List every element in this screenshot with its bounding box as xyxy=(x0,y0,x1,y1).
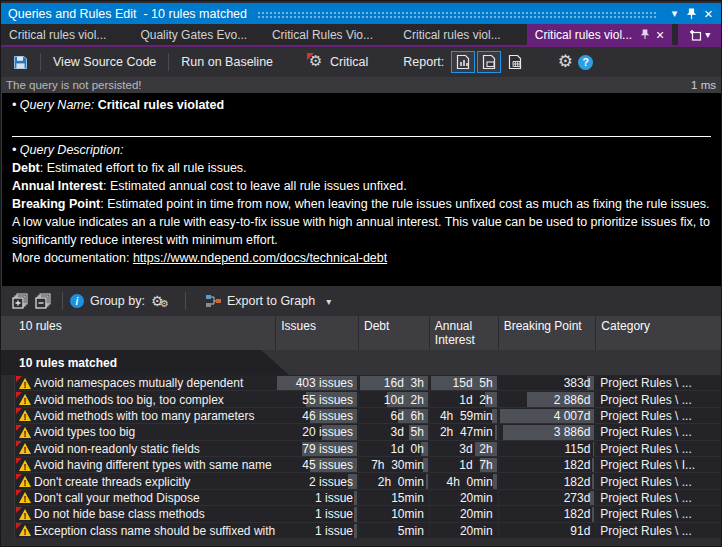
debt-cell[interactable]: 5min xyxy=(359,523,430,539)
rule-name[interactable]: Avoid methods with too many parameters xyxy=(34,409,276,423)
tab-critical-rules-4[interactable]: Critical rules viol... xyxy=(395,24,526,45)
category-cell[interactable]: Project Rules \ ... xyxy=(596,425,721,439)
close-icon[interactable] xyxy=(700,6,717,22)
annual-interest-cell[interactable]: 1d 7h xyxy=(430,457,499,473)
debt-cell[interactable]: 2h 0min xyxy=(359,473,430,489)
help-icon[interactable] xyxy=(578,55,593,70)
table-row[interactable]: Exception class name should be suffixed … xyxy=(1,523,721,539)
column-header-annual-interest[interactable]: Annual Interest xyxy=(430,316,499,350)
rule-name[interactable]: Don't call your method Dispose xyxy=(34,491,276,505)
annual-interest-cell[interactable]: 3d 2h xyxy=(430,441,499,457)
report-table-button[interactable] xyxy=(503,51,527,73)
rule-name[interactable]: Avoid namespaces mutually dependent xyxy=(34,376,276,390)
breaking-point-cell[interactable]: 383d xyxy=(499,375,597,391)
column-header-issues[interactable]: Issues xyxy=(276,316,359,350)
report-export-button[interactable] xyxy=(477,51,501,73)
settings-button[interactable] xyxy=(553,51,577,73)
export-to-graph-button[interactable]: Export to Graph xyxy=(200,291,336,311)
tab-critical-rules-3[interactable]: Critical Rules Vio... xyxy=(264,24,395,45)
category-cell[interactable]: Project Rules \ I... xyxy=(596,458,721,472)
debt-cell[interactable]: 10d 2h xyxy=(359,391,430,407)
table-row[interactable]: Do not hide base class methods 1 issue 1… xyxy=(1,506,721,522)
rule-name[interactable]: Avoid having different types with same n… xyxy=(34,458,276,472)
run-on-baseline-button[interactable]: Run on Baseline xyxy=(176,52,278,72)
view-source-code-button[interactable]: View Source Code xyxy=(48,52,161,72)
new-query-tab-button[interactable] xyxy=(678,24,721,45)
debt-cell[interactable]: 10min xyxy=(359,506,430,522)
table-row[interactable]: Avoid methods too big, too complex 55 is… xyxy=(1,391,721,407)
category-cell[interactable]: Project Rules \ ... xyxy=(596,376,721,390)
issues-cell[interactable]: 20 issues xyxy=(276,424,359,440)
pin-icon[interactable] xyxy=(640,29,650,40)
critical-toggle-button[interactable]: Critical xyxy=(302,51,373,73)
annual-interest-cell[interactable]: 4h 59min xyxy=(430,408,499,424)
pin-icon[interactable] xyxy=(683,6,700,22)
documentation-link[interactable]: https://www.ndepend.com/docs/technical-d… xyxy=(133,251,387,265)
breaking-point-cell[interactable]: 4 007d xyxy=(499,408,597,424)
rule-name[interactable]: Avoid methods too big, too complex xyxy=(34,393,276,407)
breaking-point-cell[interactable]: 273d xyxy=(499,490,597,506)
issues-cell[interactable]: 45 issues xyxy=(276,457,359,473)
category-cell[interactable]: Project Rules \ ... xyxy=(596,475,721,489)
breaking-point-cell[interactable]: 182d xyxy=(499,473,597,489)
category-cell[interactable]: Project Rules \ ... xyxy=(596,393,721,407)
table-row[interactable]: Avoid methods with too many parameters 4… xyxy=(1,408,721,424)
breaking-point-cell[interactable]: 182d xyxy=(499,506,597,522)
table-row[interactable]: Don't create threads explicitly 2 issues… xyxy=(1,473,721,489)
annual-interest-cell[interactable]: 1d 2h xyxy=(430,391,499,407)
debt-cell[interactable]: 6d 6h xyxy=(359,408,430,424)
column-header-breaking-point[interactable]: Breaking Point xyxy=(499,316,597,350)
rule-name[interactable]: Avoid types too big xyxy=(34,425,276,439)
tab-critical-rules-5[interactable]: Critical rules viol... xyxy=(527,24,673,45)
breaking-point-cell[interactable]: 115d xyxy=(499,441,597,457)
column-header-category[interactable]: Category xyxy=(596,316,721,350)
title-drag-grip[interactable] xyxy=(257,11,658,20)
breaking-point-cell[interactable]: 91d xyxy=(499,523,597,539)
close-icon[interactable] xyxy=(656,29,664,41)
tab-critical-rules-2[interactable]: Quality Gates Evo... xyxy=(132,24,263,45)
column-header-rules[interactable]: 10 rules xyxy=(1,316,276,350)
column-header-debt[interactable]: Debt xyxy=(359,316,430,350)
debt-cell[interactable]: 16d 3h xyxy=(359,375,430,391)
table-row[interactable]: Avoid namespaces mutually dependent 403 … xyxy=(1,375,721,391)
expand-all-button[interactable] xyxy=(12,293,29,310)
report-chart-button[interactable] xyxy=(451,51,475,73)
rule-name[interactable]: Don't create threads explicitly xyxy=(34,475,276,489)
debt-cell[interactable]: 7h 30min xyxy=(359,457,430,473)
annual-interest-cell[interactable]: 2h 47min xyxy=(430,424,499,440)
rule-name[interactable]: Avoid non-readonly static fields xyxy=(34,442,276,456)
window-position-caret-icon[interactable] xyxy=(666,6,683,22)
group-by-gears-button[interactable] xyxy=(151,293,171,310)
info-icon[interactable] xyxy=(70,294,84,308)
group-tab-rules-matched[interactable]: 10 rules matched xyxy=(1,350,289,375)
issues-cell[interactable]: 403 issues xyxy=(276,375,359,391)
table-row[interactable]: Avoid types too big 20 issues 3d 5h 2h 4… xyxy=(1,424,721,440)
issues-cell[interactable]: 1 issue xyxy=(276,506,359,522)
issues-cell[interactable]: 2 issues xyxy=(276,473,359,489)
table-row[interactable]: Don't call your method Dispose 1 issue 1… xyxy=(1,490,721,506)
table-row[interactable]: Avoid non-readonly static fields 79 issu… xyxy=(1,441,721,457)
category-cell[interactable]: Project Rules \ ... xyxy=(596,524,721,538)
category-cell[interactable]: Project Rules \ ... xyxy=(596,409,721,423)
category-cell[interactable]: Project Rules \ ... xyxy=(596,491,721,505)
breaking-point-cell[interactable]: 3 886d xyxy=(499,424,597,440)
issues-cell[interactable]: 46 issues xyxy=(276,408,359,424)
debt-cell[interactable]: 1d 0h xyxy=(359,441,430,457)
issues-cell[interactable]: 79 issues xyxy=(276,441,359,457)
rule-name[interactable]: Do not hide base class methods xyxy=(34,507,276,521)
debt-cell[interactable]: 15min xyxy=(359,490,430,506)
issues-cell[interactable]: 55 issues xyxy=(276,391,359,407)
breaking-point-cell[interactable]: 2 886d xyxy=(499,391,597,407)
save-button[interactable] xyxy=(8,51,32,73)
table-row[interactable]: Avoid having different types with same n… xyxy=(1,457,721,473)
annual-interest-cell[interactable]: 20min xyxy=(430,490,499,506)
issues-cell[interactable]: 1 issue xyxy=(276,523,359,539)
annual-interest-cell[interactable]: 4h 0min xyxy=(430,473,499,489)
debt-cell[interactable]: 3d 5h xyxy=(359,424,430,440)
tab-critical-rules-1[interactable]: Critical rules viol... xyxy=(1,24,132,45)
annual-interest-cell[interactable]: 20min xyxy=(430,523,499,539)
annual-interest-cell[interactable]: 20min xyxy=(430,506,499,522)
collapse-all-button[interactable] xyxy=(35,293,52,310)
rule-name[interactable]: Exception class name should be suffixed … xyxy=(34,524,276,538)
issues-cell[interactable]: 1 issue xyxy=(276,490,359,506)
